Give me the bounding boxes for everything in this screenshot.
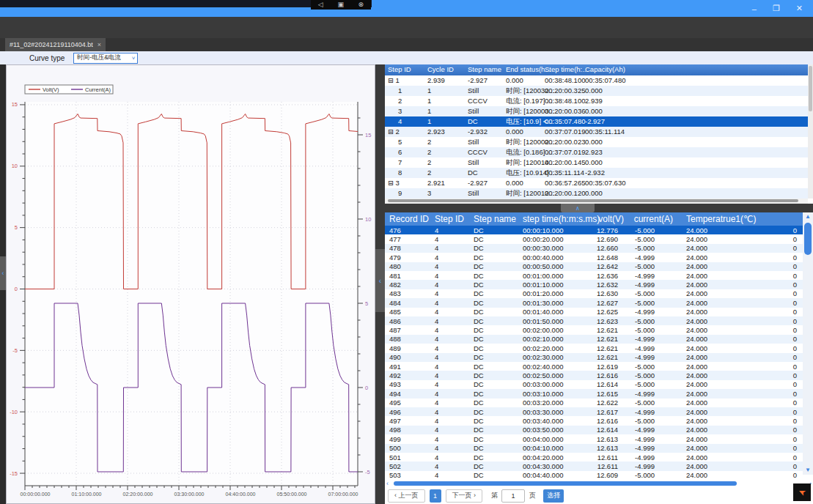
- record-table-vscrollbar[interactable]: ▲ ▼: [803, 212, 813, 475]
- column-header[interactable]: Capacity(Ah): [585, 65, 625, 73]
- curve-type-select[interactable]: 时间-电压&电流 ˅: [73, 53, 138, 64]
- overlay-cursor-icon[interactable]: ➤: [793, 483, 811, 501]
- splitter-collapse-handle[interactable]: ∧: [561, 204, 595, 212]
- record-row[interactable]: 4844DC00:01:30.00012.627-5.00024.0000: [385, 298, 803, 307]
- column-header[interactable]: Temperatrue1(℃): [686, 214, 774, 224]
- cell: 497: [389, 417, 432, 425]
- record-row[interactable]: 4764DC00:00:10.00012.776-5.00024.0000: [385, 226, 803, 234]
- page-number-input[interactable]: [501, 489, 525, 503]
- prev-page-button[interactable]: ‹ 上一页: [388, 489, 425, 503]
- minimize-button[interactable]: –: [752, 4, 757, 13]
- column-header[interactable]: current(A): [627, 214, 673, 224]
- close-button[interactable]: ✕: [796, 4, 803, 13]
- column-header[interactable]: Step ID: [435, 214, 464, 224]
- cell: 6: [398, 148, 402, 156]
- step-row[interactable]: 21CCCV电流: [0.197] ...00:38:48.1002.939: [385, 96, 808, 106]
- voltage-current-chart[interactable]: -15-10-5051015-505101500:00:00.00001:10:…: [7, 65, 375, 503]
- chart-pane: -15-10-5051015-505101500:00:00.00001:10:…: [6, 64, 375, 504]
- cell: 4: [435, 281, 464, 289]
- cell: 0: [766, 317, 797, 325]
- step-row[interactable]: 11Still时间: [120032...00:20:00.3250.000: [385, 86, 808, 96]
- record-row[interactable]: 4784DC00:00:30.00012.660-5.00024.0000: [385, 244, 803, 253]
- record-row[interactable]: 4854DC00:01:40.00012.625-4.99924.0000: [385, 308, 803, 316]
- record-row[interactable]: 4794DC00:00:40.00012.648-4.99924.0000: [385, 253, 803, 262]
- record-row[interactable]: 4894DC00:02:20.00012.621-4.99924.0000: [385, 344, 803, 352]
- column-header[interactable]: Step name: [468, 65, 501, 73]
- cell: 481: [389, 272, 432, 280]
- table-splitter[interactable]: ∧: [385, 204, 813, 212]
- step-row[interactable]: 72Still时间: [120014...00:20:00.1450.000: [385, 158, 808, 168]
- step-row[interactable]: 41DC电压: [10.9] <...00:35:07.480-2.927: [385, 116, 808, 127]
- record-row[interactable]: 4774DC00:00:20.00012.690-5.00024.0000: [385, 234, 803, 243]
- close-icon[interactable]: ⊗: [358, 0, 364, 10]
- record-row[interactable]: 5034DC00:04:40.00012.609-5.00024.0000: [385, 471, 803, 480]
- share-icon[interactable]: ◁: [318, 0, 323, 10]
- step-table-hscrollbar[interactable]: [385, 199, 808, 204]
- go-page-button[interactable]: 选择: [543, 489, 564, 503]
- step-row[interactable]: 82DC电压: [10.914] ...00:35:11.114-2.932: [385, 168, 808, 178]
- step-row[interactable]: 31Still时间: [120003...00:20:00.0360.000: [385, 106, 808, 116]
- cell: 00:37:07.019: [545, 148, 585, 156]
- record-row[interactable]: 4804DC00:00:50.00012.642-5.00024.0000: [385, 262, 803, 271]
- record-row[interactable]: 4934DC00:03:00.00012.614-5.00024.0000: [385, 380, 803, 389]
- column-header[interactable]: Step ID: [388, 65, 411, 73]
- vscroll-thumb[interactable]: [804, 223, 812, 255]
- record-row[interactable]: 4954DC00:03:20.00012.622-5.00024.0000: [385, 399, 803, 407]
- column-header[interactable]: Cycle ID: [427, 65, 454, 73]
- record-row[interactable]: 4914DC00:02:40.00012.619-5.00024.0000: [385, 362, 803, 371]
- cell: DC: [474, 344, 518, 352]
- record-row[interactable]: 5014DC00:04:20.00012.611-4.99924.0000: [385, 453, 803, 462]
- tab-close-icon[interactable]: ×: [98, 41, 101, 48]
- record-row[interactable]: 4904DC00:02:30.00012.621-4.99924.0000: [385, 353, 803, 362]
- next-page-button[interactable]: 下一页 ›: [446, 489, 483, 503]
- record-row[interactable]: 4964DC00:03:30.00012.617-4.99924.0000: [385, 407, 803, 416]
- record-row[interactable]: 4984DC00:03:50.00012.614-4.99924.0000: [385, 426, 803, 434]
- tab-bts-file[interactable]: #11_02#20241219110404.bts ×: [5, 38, 106, 51]
- record-row[interactable]: 4834DC00:01:20.00012.630-5.00024.0000: [385, 289, 803, 298]
- step-table-vscrollbar[interactable]: [808, 64, 813, 199]
- cell: -5.000: [605, 371, 655, 379]
- record-row[interactable]: 4924DC00:02:50.00012.616-5.00024.0000: [385, 371, 803, 379]
- cell: 24.000: [686, 272, 767, 280]
- record-row[interactable]: 4884DC00:02:10.00012.621-4.99924.0000: [385, 335, 803, 344]
- cell: -5.000: [605, 363, 655, 371]
- column-header[interactable]: volt(V): [574, 214, 624, 224]
- left-collapse-handle[interactable]: ‹: [0, 256, 6, 290]
- cell: 24.000: [686, 408, 767, 416]
- cell: -4.999: [605, 272, 655, 280]
- hscroll-thumb[interactable]: [394, 481, 737, 486]
- cell: -5.000: [605, 235, 655, 243]
- step-row[interactable]: 93Still时间: [120012...00:20:00.1200.000: [385, 188, 808, 199]
- screenshot-icon[interactable]: ▣: [337, 0, 344, 10]
- cell: 24.000: [686, 353, 767, 361]
- record-row[interactable]: 4824DC00:01:10.00012.632-4.99924.0000: [385, 280, 803, 289]
- record-row[interactable]: 4814DC00:01:00.00012.636-4.99924.0000: [385, 271, 803, 280]
- step-group-row[interactable]: ⊟ 22.923-2.9320.00000:37:07.01900:35:11.…: [385, 127, 808, 137]
- record-row[interactable]: 4864DC00:01:50.00012.623-5.00024.0000: [385, 316, 803, 325]
- maximize-button[interactable]: ❐: [773, 4, 780, 13]
- record-row[interactable]: 4944DC00:03:10.00012.615-4.99924.0000: [385, 389, 803, 398]
- step-row[interactable]: 62CCCV电流: [0.186] ...00:37:07.0192.923: [385, 147, 808, 158]
- record-table-hscrollbar[interactable]: ‹ ›: [385, 480, 813, 487]
- current-page-badge[interactable]: 1: [430, 489, 441, 503]
- cell: 495: [389, 399, 432, 407]
- step-group-row[interactable]: ⊟ 12.939-2.9270.00000:38:48.10000:35:07.…: [385, 75, 808, 86]
- scroll-down-icon[interactable]: ▼: [803, 466, 813, 475]
- record-row[interactable]: 4974DC00:03:40.00012.616-5.00024.0000: [385, 416, 803, 425]
- record-row[interactable]: 4994DC00:04:00.00012.613-4.99924.0000: [385, 434, 803, 443]
- scroll-left-icon[interactable]: ‹: [386, 480, 389, 487]
- record-row[interactable]: 5024DC00:04:30.00012.611-4.99924.0000: [385, 462, 803, 470]
- record-row[interactable]: 5004DC00:04:10.00012.613-4.99924.0000: [385, 444, 803, 453]
- cell: 4: [435, 399, 464, 407]
- step-group-row[interactable]: ⊟ 32.921-2.9270.00000:36:57.26500:35:07.…: [385, 178, 808, 188]
- cell: 0: [766, 353, 797, 361]
- step-row[interactable]: 52Still时间: [120002...00:20:00.0230.000: [385, 137, 808, 147]
- cell: 2.939: [427, 76, 445, 84]
- cell: 4: [435, 471, 464, 479]
- cell: 482: [389, 281, 432, 289]
- column-header[interactable]: Step time(h:...: [545, 65, 588, 73]
- scroll-up-icon[interactable]: ▲: [803, 212, 813, 221]
- record-row[interactable]: 4874DC00:02:00.00012.621-5.00024.0000: [385, 325, 803, 334]
- cell: 0.000: [506, 179, 523, 187]
- pane-collapse-handle[interactable]: ‹: [375, 249, 385, 312]
